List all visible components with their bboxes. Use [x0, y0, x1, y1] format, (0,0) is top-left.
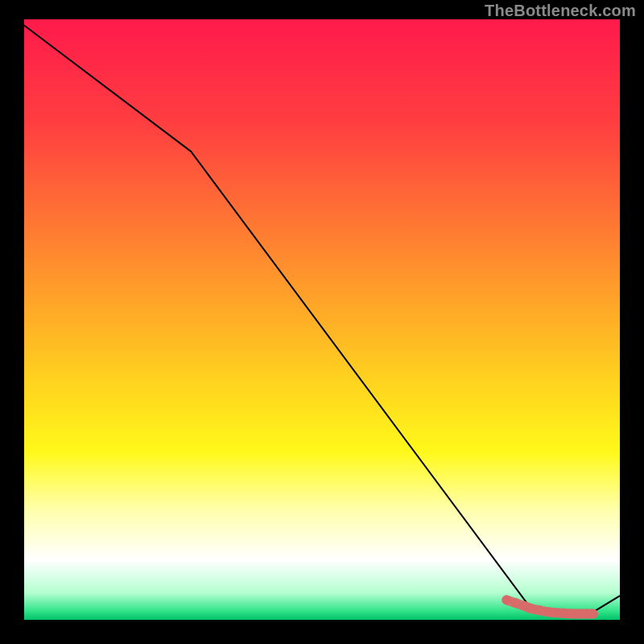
- dot-marker: [511, 598, 521, 608]
- dot-marker: [502, 595, 511, 605]
- dot-marker: [550, 608, 559, 617]
- chart-frame: TheBottleneck.com: [0, 0, 644, 644]
- chart-canvas: [0, 0, 644, 644]
- dot-marker: [535, 605, 544, 615]
- dot-marker: [526, 604, 535, 613]
- watermark-label: TheBottleneck.com: [485, 2, 636, 20]
- dot-marker: [588, 609, 598, 619]
- gradient-background: [24, 19, 620, 620]
